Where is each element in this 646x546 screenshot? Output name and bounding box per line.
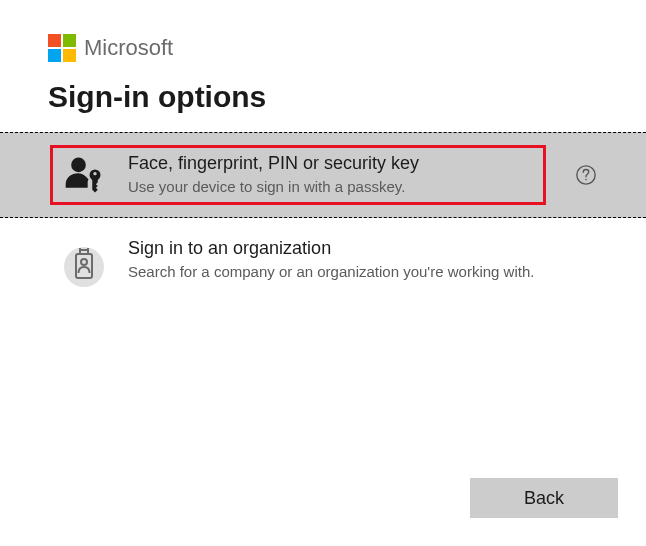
option-organization-text: Sign in to an organization Search for a … — [128, 238, 538, 282]
option-passkey-text: Face, fingerprint, PIN or security key U… — [128, 153, 538, 197]
page-title: Sign-in options — [48, 80, 598, 114]
option-passkey[interactable]: Face, fingerprint, PIN or security key U… — [0, 132, 646, 218]
svg-point-4 — [585, 179, 587, 181]
option-passkey-desc: Use your device to sign in with a passke… — [128, 176, 538, 197]
organization-badge-icon — [60, 240, 108, 288]
option-organization[interactable]: Sign in to an organization Search for a … — [0, 218, 646, 308]
back-button[interactable]: Back — [470, 478, 618, 518]
option-organization-desc: Search for a company or an organization … — [128, 261, 538, 282]
footer: Back — [470, 478, 618, 518]
brand-logo-row: Microsoft — [48, 34, 598, 62]
header: Microsoft Sign-in options — [0, 0, 646, 114]
help-icon[interactable] — [574, 163, 598, 187]
option-passkey-title: Face, fingerprint, PIN or security key — [128, 153, 538, 174]
svg-point-0 — [71, 158, 86, 173]
brand-name: Microsoft — [84, 35, 173, 61]
passkey-icon — [60, 151, 108, 199]
microsoft-logo-icon — [48, 34, 76, 62]
svg-point-2 — [93, 172, 96, 175]
option-organization-title: Sign in to an organization — [128, 238, 538, 259]
